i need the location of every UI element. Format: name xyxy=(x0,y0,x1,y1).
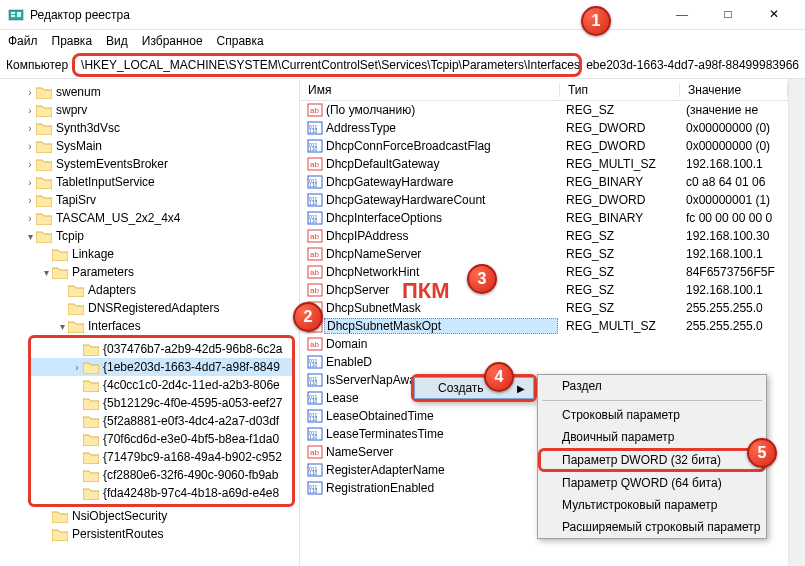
value-name: RegistrationEnabled xyxy=(324,481,558,495)
minimize-button[interactable]: — xyxy=(659,0,705,30)
registry-row[interactable]: ab(По умолчанию)REG_SZ(значение не xyxy=(300,101,788,119)
registry-row[interactable]: 011110DhcpGatewayHardwareCountREG_DWORD0… xyxy=(300,191,788,209)
value-data: 192.168.100.1 xyxy=(678,283,788,297)
value-data: 192.168.100.1 xyxy=(678,247,788,261)
tree-node-guid[interactable]: ›{1ebe203d-1663-4dd7-a98f-8849 xyxy=(31,358,292,376)
svg-marker-5 xyxy=(36,106,52,117)
ctx-item-qword[interactable]: Параметр QWORD (64 бита) xyxy=(538,472,766,494)
svg-marker-19 xyxy=(83,363,99,374)
ctx-item-multi[interactable]: Мультистроковый параметр xyxy=(538,494,766,516)
tree-node[interactable]: ›SysMain xyxy=(0,137,299,155)
tree-node-guid[interactable]: {037476b7-a2b9-42d5-96b8-6c2a xyxy=(31,340,292,358)
maximize-button[interactable]: □ xyxy=(705,0,751,30)
close-button[interactable]: ✕ xyxy=(751,0,797,30)
tree-node-tcpip[interactable]: ▾Tcpip xyxy=(0,227,299,245)
svg-text:110: 110 xyxy=(309,416,318,422)
ctx-item-string[interactable]: Строковый параметр xyxy=(538,404,766,426)
value-name: DhcpNetworkHint xyxy=(324,265,558,279)
tree-node[interactable]: ›SystemEventsBroker xyxy=(0,155,299,173)
ctx-item-binary[interactable]: Двоичный параметр xyxy=(538,426,766,448)
svg-marker-23 xyxy=(83,435,99,446)
col-value[interactable]: Значение xyxy=(680,83,788,97)
scrollbar-vertical[interactable] xyxy=(788,79,805,566)
svg-text:110: 110 xyxy=(309,470,318,476)
value-icon: 011110 xyxy=(306,210,324,226)
registry-row[interactable]: 011110EnableD xyxy=(300,353,788,371)
svg-text:ab: ab xyxy=(310,340,319,349)
registry-row[interactable]: 011110AddressTypeREG_DWORD0x00000000 (0) xyxy=(300,119,788,137)
svg-marker-25 xyxy=(83,471,99,482)
registry-row[interactable]: abDhcpNetworkHintREG_SZ84F6573756F5F xyxy=(300,263,788,281)
tree-node-guid[interactable]: {cf2880e6-32f6-490c-9060-fb9ab xyxy=(31,466,292,484)
registry-row[interactable]: abDhcpNameServerREG_SZ192.168.100.1 xyxy=(300,245,788,263)
registry-row[interactable]: abDhcpSubnetMaskREG_SZ255.255.255.0 xyxy=(300,299,788,317)
registry-row[interactable]: abDhcpServerREG_SZ192.168.100.1 xyxy=(300,281,788,299)
registry-row[interactable]: abDhcpIPAddressREG_SZ192.168.100.30 xyxy=(300,227,788,245)
svg-marker-4 xyxy=(36,88,52,99)
tree-node-guid[interactable]: {4c0cc1c0-2d4c-11ed-a2b3-806e xyxy=(31,376,292,394)
tree-node-guid[interactable]: {70f6cd6d-e3e0-4bf5-b8ea-f1da0 xyxy=(31,430,292,448)
tree-node[interactable]: ›swprv xyxy=(0,101,299,119)
tree-node-guid[interactable]: {5f2a8881-e0f3-4dc4-a2a7-d03df xyxy=(31,412,292,430)
menu-view[interactable]: Вид xyxy=(106,34,128,48)
col-type[interactable]: Тип xyxy=(560,83,680,97)
tree-node[interactable]: NsiObjectSecurity xyxy=(0,507,299,525)
svg-text:ab: ab xyxy=(310,286,319,295)
tree-node-guid[interactable]: {fda4248b-97c4-4b18-a69d-e4e8 xyxy=(31,484,292,502)
ctx-item-expand[interactable]: Расширяемый строковый параметр xyxy=(538,516,766,538)
ctx-item-create[interactable]: Создать ▶ xyxy=(414,377,534,399)
value-type: REG_SZ xyxy=(558,247,678,261)
tree-node[interactable]: Linkage xyxy=(0,245,299,263)
registry-row[interactable]: abDomain xyxy=(300,335,788,353)
svg-text:110: 110 xyxy=(309,182,318,188)
value-type: REG_SZ xyxy=(558,301,678,315)
value-name: DhcpIPAddress xyxy=(324,229,558,243)
separator xyxy=(542,400,762,401)
svg-text:ab: ab xyxy=(310,106,319,115)
ctx-item-dword[interactable]: Параметр DWORD (32 бита) xyxy=(538,448,766,472)
svg-rect-3 xyxy=(17,12,21,17)
tree-node[interactable]: ›TabletInputService xyxy=(0,173,299,191)
tree-node[interactable]: ›swenum xyxy=(0,83,299,101)
tree-node[interactable]: ›TASCAM_US_2x2_4x4 xyxy=(0,209,299,227)
value-icon: 011110 xyxy=(306,462,324,478)
svg-marker-10 xyxy=(36,196,52,207)
value-data: (значение не xyxy=(678,103,788,117)
svg-text:ab: ab xyxy=(310,160,319,169)
value-name: DhcpGatewayHardwareCount xyxy=(324,193,558,207)
value-name: Domain xyxy=(324,337,558,351)
registry-row[interactable]: 011110DhcpConnForceBroadcastFlagREG_DWOR… xyxy=(300,137,788,155)
tree-node[interactable]: DNSRegisteredAdapters xyxy=(0,299,299,317)
ctx-item-key[interactable]: Раздел xyxy=(538,375,766,397)
value-data: c0 a8 64 01 06 xyxy=(678,175,788,189)
tree-node-guid[interactable]: {71479bc9-a168-49a4-b902-c952 xyxy=(31,448,292,466)
tree-node-interfaces[interactable]: ▾Interfaces xyxy=(0,317,299,335)
svg-marker-6 xyxy=(36,124,52,135)
registry-row[interactable]: 011110DhcpGatewayHardwareREG_BINARYc0 a8… xyxy=(300,173,788,191)
menu-edit[interactable]: Правка xyxy=(52,34,93,48)
tree-node[interactable]: ›Synth3dVsc xyxy=(0,119,299,137)
value-icon: ab xyxy=(306,156,324,172)
window-buttons: — □ ✕ xyxy=(659,0,797,30)
value-name: DhcpInterfaceOptions xyxy=(324,211,558,225)
tree-node[interactable]: Adapters xyxy=(0,281,299,299)
registry-row[interactable]: abDhcpDefaultGatewayREG_MULTI_SZ192.168.… xyxy=(300,155,788,173)
value-data: 84F6573756F5F xyxy=(678,265,788,279)
menu-favorites[interactable]: Избранное xyxy=(142,34,203,48)
value-data: 192.168.100.30 xyxy=(678,229,788,243)
registry-row[interactable]: abDhcpSubnetMaskOptREG_MULTI_SZ255.255.2… xyxy=(300,317,788,335)
context-submenu: Раздел Строковый параметр Двоичный парам… xyxy=(537,374,767,539)
address-path[interactable]: \HKEY_LOCAL_MACHINE\SYSTEM\CurrentContro… xyxy=(72,53,582,77)
menu-help[interactable]: Справка xyxy=(217,34,264,48)
menu-file[interactable]: Файл xyxy=(8,34,38,48)
tree-node[interactable]: ›TapiSrv xyxy=(0,191,299,209)
value-icon: ab xyxy=(306,336,324,352)
registry-row[interactable]: 011110DhcpInterfaceOptionsREG_BINARYfc 0… xyxy=(300,209,788,227)
window-title: Редактор реестра xyxy=(30,8,659,22)
tree-node[interactable]: PersistentRoutes xyxy=(0,525,299,543)
tree-node-parameters[interactable]: ▾Parameters xyxy=(0,263,299,281)
col-name[interactable]: Имя xyxy=(300,83,560,97)
svg-rect-2 xyxy=(11,15,15,17)
svg-marker-9 xyxy=(36,178,52,189)
tree-node-guid[interactable]: {5b12129c-4f0e-4595-a053-eef27 xyxy=(31,394,292,412)
